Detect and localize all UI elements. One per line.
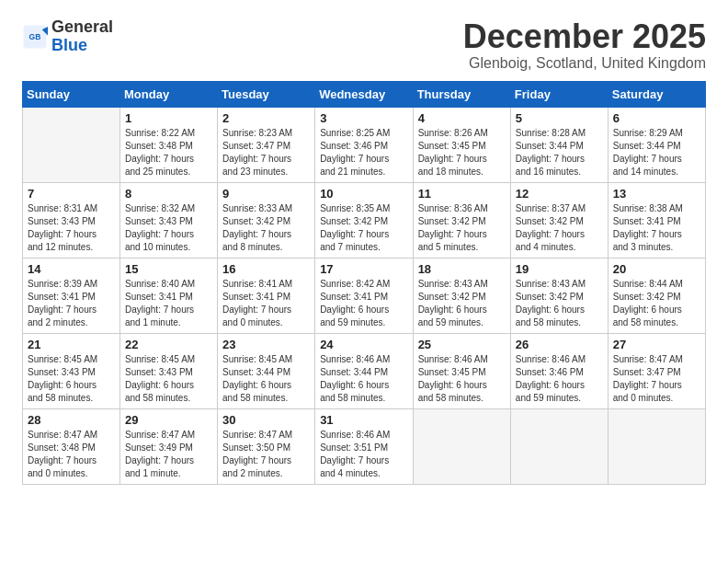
day-info: Sunrise: 8:47 AM Sunset: 3:50 PM Dayligh… bbox=[222, 429, 310, 480]
calendar-title: December 2025 bbox=[463, 18, 706, 55]
svg-text:GB: GB bbox=[29, 32, 41, 41]
day-number: 3 bbox=[320, 111, 407, 125]
col-header-monday: Monday bbox=[120, 81, 218, 107]
day-number: 5 bbox=[516, 111, 603, 125]
col-header-wednesday: Wednesday bbox=[315, 81, 413, 107]
logo-blue: Blue bbox=[51, 36, 87, 54]
calendar-week-3: 14Sunrise: 8:39 AM Sunset: 3:41 PM Dayli… bbox=[23, 258, 706, 333]
calendar-cell: 22Sunrise: 8:45 AM Sunset: 3:43 PM Dayli… bbox=[120, 333, 218, 408]
day-info: Sunrise: 8:46 AM Sunset: 3:45 PM Dayligh… bbox=[418, 353, 506, 405]
calendar-week-2: 7Sunrise: 8:31 AM Sunset: 3:43 PM Daylig… bbox=[23, 182, 706, 258]
day-info: Sunrise: 8:29 AM Sunset: 3:44 PM Dayligh… bbox=[613, 127, 700, 178]
day-number: 15 bbox=[125, 262, 212, 276]
calendar-cell bbox=[510, 408, 608, 484]
day-number: 29 bbox=[125, 413, 212, 427]
calendar-week-4: 21Sunrise: 8:45 AM Sunset: 3:43 PM Dayli… bbox=[23, 333, 706, 408]
calendar-cell: 26Sunrise: 8:46 AM Sunset: 3:46 PM Dayli… bbox=[510, 333, 608, 408]
col-header-friday: Friday bbox=[510, 81, 608, 107]
calendar-cell: 13Sunrise: 8:38 AM Sunset: 3:41 PM Dayli… bbox=[608, 182, 705, 258]
day-info: Sunrise: 8:45 AM Sunset: 3:44 PM Dayligh… bbox=[222, 353, 310, 405]
day-number: 2 bbox=[222, 111, 310, 125]
calendar-cell: 21Sunrise: 8:45 AM Sunset: 3:43 PM Dayli… bbox=[23, 333, 120, 408]
calendar-cell: 3Sunrise: 8:25 AM Sunset: 3:46 PM Daylig… bbox=[315, 107, 413, 182]
calendar-week-5: 28Sunrise: 8:47 AM Sunset: 3:48 PM Dayli… bbox=[23, 408, 706, 484]
day-number: 21 bbox=[28, 338, 115, 351]
calendar-cell: 25Sunrise: 8:46 AM Sunset: 3:45 PM Dayli… bbox=[413, 333, 510, 408]
page-header: GB General Blue December 2025 Glenboig, … bbox=[22, 18, 706, 72]
calendar-week-1: 1Sunrise: 8:22 AM Sunset: 3:48 PM Daylig… bbox=[23, 107, 706, 182]
calendar-header-row: SundayMondayTuesdayWednesdayThursdayFrid… bbox=[23, 81, 706, 107]
day-number: 13 bbox=[613, 187, 700, 201]
day-number: 16 bbox=[222, 262, 310, 276]
day-info: Sunrise: 8:38 AM Sunset: 3:41 PM Dayligh… bbox=[613, 202, 700, 254]
calendar-cell: 7Sunrise: 8:31 AM Sunset: 3:43 PM Daylig… bbox=[23, 182, 120, 258]
col-header-tuesday: Tuesday bbox=[218, 81, 315, 107]
calendar-cell: 14Sunrise: 8:39 AM Sunset: 3:41 PM Dayli… bbox=[23, 258, 120, 333]
day-info: Sunrise: 8:44 AM Sunset: 3:42 PM Dayligh… bbox=[613, 278, 700, 329]
col-header-thursday: Thursday bbox=[413, 81, 510, 107]
title-area: December 2025 Glenboig, Scotland, United… bbox=[463, 18, 706, 72]
calendar-cell: 24Sunrise: 8:46 AM Sunset: 3:44 PM Dayli… bbox=[315, 333, 413, 408]
calendar-cell bbox=[608, 408, 705, 484]
day-number: 14 bbox=[28, 262, 115, 276]
day-info: Sunrise: 8:31 AM Sunset: 3:43 PM Dayligh… bbox=[28, 202, 115, 254]
day-number: 25 bbox=[418, 338, 506, 351]
day-info: Sunrise: 8:43 AM Sunset: 3:42 PM Dayligh… bbox=[418, 278, 506, 329]
day-number: 11 bbox=[418, 187, 506, 201]
day-info: Sunrise: 8:46 AM Sunset: 3:51 PM Dayligh… bbox=[320, 429, 407, 480]
logo: GB General Blue bbox=[22, 18, 113, 55]
day-number: 31 bbox=[320, 413, 407, 427]
day-info: Sunrise: 8:45 AM Sunset: 3:43 PM Dayligh… bbox=[28, 353, 115, 405]
day-number: 9 bbox=[222, 187, 310, 201]
calendar-subtitle: Glenboig, Scotland, United Kingdom bbox=[463, 55, 706, 72]
day-info: Sunrise: 8:43 AM Sunset: 3:42 PM Dayligh… bbox=[516, 278, 603, 329]
day-number: 30 bbox=[222, 413, 310, 427]
calendar-cell: 28Sunrise: 8:47 AM Sunset: 3:48 PM Dayli… bbox=[23, 408, 120, 484]
calendar-cell: 23Sunrise: 8:45 AM Sunset: 3:44 PM Dayli… bbox=[218, 333, 315, 408]
day-number: 8 bbox=[125, 187, 212, 201]
calendar-cell: 29Sunrise: 8:47 AM Sunset: 3:49 PM Dayli… bbox=[120, 408, 218, 484]
day-number: 28 bbox=[28, 413, 115, 427]
logo-general: General bbox=[51, 17, 113, 36]
calendar-cell: 20Sunrise: 8:44 AM Sunset: 3:42 PM Dayli… bbox=[608, 258, 705, 333]
day-number: 27 bbox=[613, 338, 700, 351]
day-info: Sunrise: 8:45 AM Sunset: 3:43 PM Dayligh… bbox=[125, 353, 212, 405]
calendar-cell: 8Sunrise: 8:32 AM Sunset: 3:43 PM Daylig… bbox=[120, 182, 218, 258]
day-info: Sunrise: 8:37 AM Sunset: 3:42 PM Dayligh… bbox=[516, 202, 603, 254]
day-info: Sunrise: 8:46 AM Sunset: 3:44 PM Dayligh… bbox=[320, 353, 407, 405]
calendar-cell: 9Sunrise: 8:33 AM Sunset: 3:42 PM Daylig… bbox=[218, 182, 315, 258]
calendar-cell bbox=[413, 408, 510, 484]
day-number: 23 bbox=[222, 338, 310, 351]
calendar-cell: 4Sunrise: 8:26 AM Sunset: 3:45 PM Daylig… bbox=[413, 107, 510, 182]
day-info: Sunrise: 8:22 AM Sunset: 3:48 PM Dayligh… bbox=[125, 127, 212, 178]
calendar-cell: 2Sunrise: 8:23 AM Sunset: 3:47 PM Daylig… bbox=[218, 107, 315, 182]
day-number: 6 bbox=[613, 111, 700, 125]
day-info: Sunrise: 8:26 AM Sunset: 3:45 PM Dayligh… bbox=[418, 127, 506, 178]
day-number: 22 bbox=[125, 338, 212, 351]
calendar-cell: 6Sunrise: 8:29 AM Sunset: 3:44 PM Daylig… bbox=[608, 107, 705, 182]
calendar-cell: 12Sunrise: 8:37 AM Sunset: 3:42 PM Dayli… bbox=[510, 182, 608, 258]
day-number: 20 bbox=[613, 262, 700, 276]
day-info: Sunrise: 8:25 AM Sunset: 3:46 PM Dayligh… bbox=[320, 127, 407, 178]
day-info: Sunrise: 8:32 AM Sunset: 3:43 PM Dayligh… bbox=[125, 202, 212, 254]
day-number: 24 bbox=[320, 338, 407, 351]
calendar-cell: 18Sunrise: 8:43 AM Sunset: 3:42 PM Dayli… bbox=[413, 258, 510, 333]
calendar-cell bbox=[23, 107, 120, 182]
calendar-cell: 30Sunrise: 8:47 AM Sunset: 3:50 PM Dayli… bbox=[218, 408, 315, 484]
day-info: Sunrise: 8:35 AM Sunset: 3:42 PM Dayligh… bbox=[320, 202, 407, 254]
calendar-cell: 11Sunrise: 8:36 AM Sunset: 3:42 PM Dayli… bbox=[413, 182, 510, 258]
day-info: Sunrise: 8:47 AM Sunset: 3:48 PM Dayligh… bbox=[28, 429, 115, 480]
day-info: Sunrise: 8:41 AM Sunset: 3:41 PM Dayligh… bbox=[222, 278, 310, 329]
col-header-sunday: Sunday bbox=[23, 81, 120, 107]
day-number: 10 bbox=[320, 187, 407, 201]
day-number: 26 bbox=[516, 338, 603, 351]
calendar-cell: 16Sunrise: 8:41 AM Sunset: 3:41 PM Dayli… bbox=[218, 258, 315, 333]
day-info: Sunrise: 8:42 AM Sunset: 3:41 PM Dayligh… bbox=[320, 278, 407, 329]
calendar-cell: 31Sunrise: 8:46 AM Sunset: 3:51 PM Dayli… bbox=[315, 408, 413, 484]
day-info: Sunrise: 8:39 AM Sunset: 3:41 PM Dayligh… bbox=[28, 278, 115, 329]
calendar-table: SundayMondayTuesdayWednesdayThursdayFrid… bbox=[22, 81, 706, 485]
logo-icon: GB bbox=[22, 24, 48, 50]
calendar-cell: 5Sunrise: 8:28 AM Sunset: 3:44 PM Daylig… bbox=[510, 107, 608, 182]
day-number: 17 bbox=[320, 262, 407, 276]
day-number: 12 bbox=[516, 187, 603, 201]
